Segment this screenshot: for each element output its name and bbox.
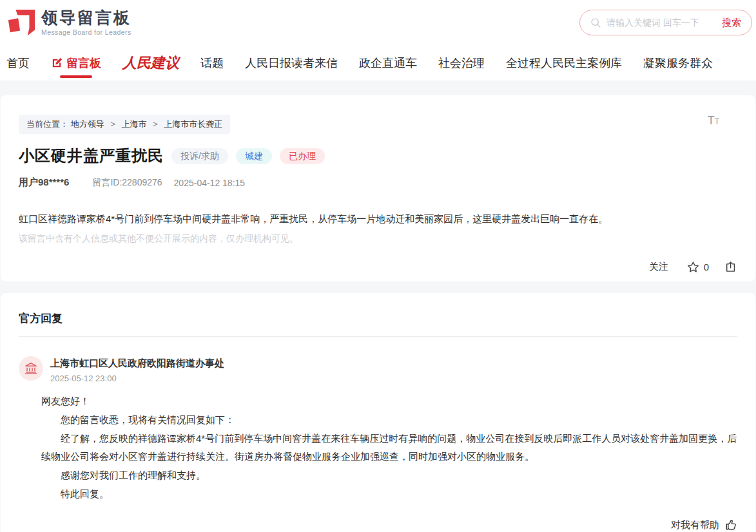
reply-header: 上海市虹口区人民政府欧阳路街道办事处 2025-05-12 23:00 [19, 356, 737, 383]
reply-paragraph: 特此回复。 [41, 485, 737, 503]
star-count: 0 [704, 261, 709, 272]
follow-button[interactable]: 关注 [649, 261, 668, 273]
share-button[interactable] [724, 260, 737, 273]
post-content: 虹口区祥德路谭家桥4*号门前到停车场中间硬井盖非常响，严重扰民，从停车场一片地动… [19, 212, 737, 227]
breadcrumb-separator: > [110, 119, 115, 129]
post-datetime: 2025-04-12 18:15 [174, 178, 246, 188]
agency-avatar [19, 356, 43, 381]
reply-body: 网友您好！ 您的留言收悉，现将有关情况回复如下： 经了解，您反映的祥德路谭家桥4… [41, 392, 737, 503]
logo-subtitle: Message Board for Leaders [41, 28, 131, 36]
nav-democracy-cases[interactable]: 全过程人民民主案例库 [506, 55, 622, 71]
page-body: 当前位置： 地方领导 > 上海市 > 上海市市长龚正 TT 小区硬井盖严重扰民 … [0, 81, 756, 532]
logo-text: 领导留言板 Message Board for Leaders [41, 9, 131, 36]
breadcrumb: 当前位置： 地方领导 > 上海市 > 上海市市长龚正 [19, 115, 230, 134]
nav-home[interactable]: 首页 [6, 55, 30, 71]
font-size-icon[interactable]: TT [708, 115, 719, 126]
search-button[interactable]: 搜索 [722, 17, 741, 29]
reply-datetime: 2025-05-12 23:00 [50, 374, 224, 383]
thumbs-up-icon [724, 518, 737, 531]
tag-status: 已办理 [280, 148, 325, 164]
helpful-row: 对我有帮助 [19, 518, 737, 531]
star-icon [686, 260, 700, 274]
nav-message-board[interactable]: 留言板 [51, 55, 101, 71]
nav-message-board-label: 留言板 [66, 55, 101, 71]
agency-name: 上海市虹口区人民政府欧阳路街道办事处 [50, 357, 224, 370]
logo-title: 领导留言板 [41, 9, 131, 27]
main-nav: 首页 留言板 人民建议 话题 人民日报读者来信 政企直通车 社会治理 全过程人民… [0, 45, 756, 81]
divider [19, 336, 737, 337]
site-header: 领导留言板 Message Board for Leaders 搜索 [0, 0, 756, 45]
site-logo[interactable]: 领导留言板 Message Board for Leaders [6, 8, 131, 37]
post-title: 小区硬井盖严重扰民 [19, 146, 164, 166]
reply-paragraph: 网友您好！ [41, 392, 737, 410]
star-button[interactable]: 0 [686, 260, 709, 274]
search-icon [590, 17, 601, 28]
search-input[interactable] [606, 17, 717, 28]
reply-paragraph: 经了解，您反映的祥德路谭家桥4*号门前到停车场中间窨井盖在来往车辆压过时有异响的… [41, 430, 737, 466]
breadcrumb-item-local-leaders[interactable]: 地方领导 [71, 119, 104, 129]
search-box: 搜索 [579, 10, 752, 35]
post-action-row: 关注 0 [19, 260, 737, 274]
share-icon [724, 260, 737, 273]
breadcrumb-item-shanghai[interactable]: 上海市 [121, 119, 146, 129]
nav-readers-letters[interactable]: 人民日报读者来信 [245, 55, 338, 71]
reply-paragraph: 感谢您对我们工作的理解和支持。 [41, 466, 737, 484]
nav-serve-masses[interactable]: 凝聚服务群众 [643, 55, 713, 71]
government-building-icon [24, 361, 38, 375]
reply-section-title: 官方回复 [19, 311, 737, 326]
reply-paragraph: 您的留言收悉，现将有关情况回复如下： [41, 411, 737, 429]
tag-category: 投诉/求助 [171, 148, 228, 164]
helpful-label: 对我有帮助 [671, 519, 719, 531]
nav-social-governance[interactable]: 社会治理 [438, 55, 485, 71]
reply-card: 官方回复 上海市虹口区人民政府欧阳路街道办事处 2025-05-12 23:00 [1, 293, 755, 532]
nav-peoples-suggestion[interactable]: 人民建议 [122, 53, 179, 73]
tag-domain: 城建 [236, 148, 272, 164]
logo-icon [6, 8, 36, 37]
nav-gov-enterprise[interactable]: 政企直通车 [359, 55, 417, 71]
edit-icon [51, 57, 63, 69]
nav-topics[interactable]: 话题 [200, 55, 224, 71]
privacy-note: 该留言中含有个人信息或其他不便公开展示的内容，仅办理机构可见。 [19, 233, 737, 245]
post-user: 用户98****6 [19, 176, 69, 189]
breadcrumb-item-mayor[interactable]: 上海市市长龚正 [164, 119, 222, 129]
post-message-id: 留言ID:22809276 [92, 177, 162, 189]
breadcrumb-separator: > [153, 119, 158, 129]
breadcrumb-prefix: 当前位置： [26, 119, 68, 129]
post-card: 当前位置： 地方领导 > 上海市 > 上海市市长龚正 TT 小区硬井盖严重扰民 … [1, 95, 755, 281]
helpful-button[interactable]: 对我有帮助 [671, 518, 737, 531]
